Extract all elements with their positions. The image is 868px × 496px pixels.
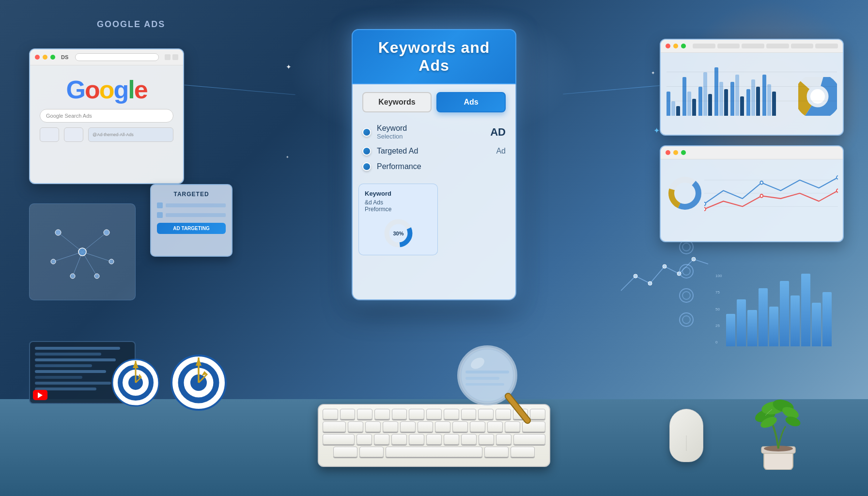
svg-rect-39 <box>465 383 504 386</box>
key-alt-l[interactable] <box>359 447 384 457</box>
key[interactable] <box>426 434 442 445</box>
svg-point-52 <box>837 176 838 179</box>
sbar-1 <box>726 314 735 347</box>
key[interactable] <box>348 421 363 432</box>
analytics-bottom-chrome <box>661 146 843 159</box>
target-left <box>111 358 160 409</box>
keyboard-row-4 <box>323 447 545 457</box>
key[interactable] <box>383 421 398 432</box>
key-alt-r[interactable] <box>484 447 509 457</box>
key[interactable] <box>461 434 477 445</box>
sbar-5 <box>769 307 778 347</box>
target-right <box>170 354 228 414</box>
svg-point-62 <box>680 313 693 326</box>
targeted-btn[interactable]: AD TARGETING <box>157 223 226 234</box>
magnifying-glass <box>456 344 533 428</box>
mouse-center-line <box>686 435 687 451</box>
chrome-bar: DS <box>30 49 183 65</box>
panel-row-2: Targeted Ad Ad <box>362 147 506 155</box>
analytics-top <box>660 39 844 136</box>
bullet-2 <box>362 147 371 155</box>
chrome-dot-red <box>35 55 40 60</box>
key[interactable] <box>426 409 442 419</box>
google-btn-1[interactable] <box>40 127 59 142</box>
tab-bar: Keywords Ads <box>353 84 515 118</box>
key[interactable] <box>409 434 424 445</box>
sbar-9 <box>812 303 821 346</box>
sbar-8 <box>801 274 810 346</box>
tab-keywords[interactable]: Keywords <box>362 92 432 112</box>
panel-text-2: Targeted Ad <box>377 147 418 155</box>
at-dot-green <box>681 44 686 48</box>
svg-line-3 <box>82 252 111 262</box>
svg-point-9 <box>51 259 56 264</box>
targeted-title: TARGETED <box>157 191 226 198</box>
network-nodes-container <box>44 218 121 286</box>
google-btn-2[interactable] <box>64 127 83 142</box>
key[interactable] <box>391 434 407 445</box>
keyboard-row-3 <box>323 434 545 445</box>
key[interactable] <box>435 421 450 432</box>
key[interactable] <box>356 434 372 445</box>
ab-dot-red <box>666 150 670 155</box>
svg-text:30%: 30% <box>393 231 403 236</box>
ab-dot-green <box>681 150 686 155</box>
bottom-left-card: Keyword &d Ads Preformce 30% <box>358 184 438 255</box>
google-search-bar: Google Search Ads <box>40 109 173 123</box>
donut-wrapper: 30% <box>365 217 432 249</box>
sparkle-1: ✦ <box>286 63 292 71</box>
svg-point-58 <box>680 264 693 278</box>
svg-point-33 <box>461 349 513 402</box>
key[interactable] <box>496 434 512 445</box>
svg-line-1 <box>82 232 107 252</box>
plant <box>747 383 810 472</box>
key[interactable] <box>418 421 433 432</box>
key-shift-r[interactable] <box>513 434 545 445</box>
key[interactable] <box>365 421 381 432</box>
sparkle-4: ✦ <box>286 155 289 159</box>
svg-point-61 <box>682 292 690 299</box>
key[interactable] <box>323 409 338 419</box>
bottom-left-title: Keyword <box>365 190 432 197</box>
targeted-card: TARGETED AD TARGETING <box>150 184 232 257</box>
google-logo-area: Google <box>30 65 183 109</box>
sbar-4 <box>759 288 768 346</box>
key-ctrl-r[interactable] <box>511 447 535 457</box>
ab-dot-yellow <box>673 150 678 155</box>
y-axis: 100 75 50 25 0 <box>715 274 722 346</box>
main-panel-title: Keywords and Ads <box>362 39 506 75</box>
key[interactable] <box>374 434 389 445</box>
key[interactable] <box>357 409 372 419</box>
sbar-7 <box>790 295 800 346</box>
network-panel <box>29 203 136 300</box>
key[interactable] <box>392 409 407 419</box>
chrome-dot-yellow <box>43 55 47 60</box>
youtube-icon <box>33 390 47 400</box>
key[interactable] <box>400 421 416 432</box>
svg-point-65 <box>648 281 652 285</box>
bottom-left-line1: &d Ads <box>365 199 432 206</box>
sbar-6 <box>780 281 789 346</box>
key[interactable] <box>374 409 390 419</box>
key[interactable] <box>340 409 356 419</box>
magnify-space <box>443 184 510 255</box>
key-ctrl-l[interactable] <box>333 447 357 457</box>
mouse[interactable] <box>669 409 703 462</box>
key-tab[interactable] <box>323 421 346 432</box>
svg-point-7 <box>55 230 61 235</box>
key[interactable] <box>409 409 424 419</box>
google-btn-bar: @Ad-themed-All-Ads <box>30 123 183 147</box>
svg-point-66 <box>663 264 666 268</box>
tab-ads[interactable]: Ads <box>436 92 506 112</box>
svg-point-57 <box>682 243 690 251</box>
connector-main-analytics <box>563 85 659 94</box>
key[interactable] <box>444 434 459 445</box>
key-caps[interactable] <box>323 434 355 445</box>
svg-point-6 <box>78 248 86 256</box>
key[interactable] <box>479 434 494 445</box>
svg-point-56 <box>680 240 693 254</box>
svg-point-59 <box>682 267 690 275</box>
panel-right-2: Ad <box>496 147 506 155</box>
svg-line-36 <box>508 396 527 420</box>
key-space[interactable] <box>386 447 482 457</box>
